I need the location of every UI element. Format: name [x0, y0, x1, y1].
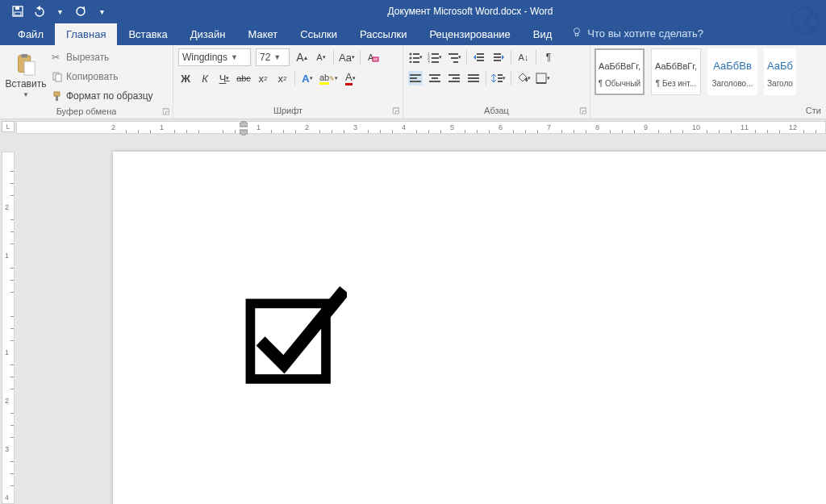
- separator: [511, 50, 511, 65]
- numbering-button[interactable]: 123▾: [428, 50, 442, 65]
- font-name-combo[interactable]: Wingdings▼: [178, 48, 251, 66]
- qat-customize-icon[interactable]: ▾: [95, 5, 108, 18]
- svg-rect-47: [468, 77, 479, 79]
- tab-review[interactable]: Рецензирование: [418, 23, 521, 45]
- align-right-button[interactable]: [447, 71, 461, 85]
- bold-button[interactable]: Ж: [178, 71, 193, 85]
- underline-button[interactable]: Ч▾: [217, 71, 232, 85]
- svg-point-20: [410, 61, 412, 64]
- borders-button[interactable]: ▾: [536, 71, 550, 85]
- shading-button[interactable]: ▾: [516, 71, 531, 85]
- svg-rect-41: [432, 77, 438, 79]
- tab-design[interactable]: Дизайн: [179, 23, 237, 45]
- copy-icon: [52, 71, 63, 82]
- group-label-clipboard: Буфер обмена ◲: [0, 106, 173, 119]
- svg-rect-34: [494, 53, 501, 55]
- svg-point-18: [410, 57, 412, 60]
- undo-dropdown-icon[interactable]: ▾: [53, 5, 66, 18]
- svg-rect-44: [453, 77, 460, 79]
- shrink-font-button[interactable]: A▾: [314, 50, 328, 65]
- workspace: L 21123456789101112 211234: [0, 119, 826, 504]
- style-preview: АаБбВв: [713, 56, 752, 76]
- redo-icon[interactable]: [74, 5, 87, 18]
- tab-mailings[interactable]: Рассылки: [348, 23, 418, 45]
- lightbulb-icon: [571, 27, 582, 40]
- copy-button[interactable]: Копировать: [52, 68, 153, 85]
- svg-point-16: [410, 53, 412, 56]
- tab-selector[interactable]: L: [2, 121, 15, 132]
- line-spacing-button[interactable]: ▾: [491, 71, 506, 85]
- style-heading1[interactable]: АаБбВв Заголово...: [707, 48, 757, 95]
- font-color-button[interactable]: A▾: [343, 71, 357, 85]
- style-name: ¶ Без инт...: [656, 79, 696, 88]
- indent-icon: [493, 52, 504, 63]
- tab-file[interactable]: Файл: [6, 23, 55, 45]
- style-name: Заголо: [767, 79, 793, 88]
- separator: [360, 50, 361, 65]
- clear-formatting-button[interactable]: A: [365, 50, 380, 65]
- tab-references[interactable]: Ссылки: [289, 23, 348, 45]
- align-left-button[interactable]: [408, 71, 423, 85]
- svg-rect-46: [468, 74, 479, 76]
- svg-text:3: 3: [428, 60, 430, 63]
- font-size-combo[interactable]: 72▼: [256, 48, 290, 66]
- group-clipboard: Вставить ▼ ✂ Вырезать Копировать: [0, 45, 173, 119]
- subscript-button[interactable]: x2: [256, 71, 270, 85]
- multilevel-icon: [447, 52, 458, 63]
- superscript-button[interactable]: x2: [275, 71, 290, 85]
- highlight-button[interactable]: ab✎▾: [319, 71, 338, 85]
- undo-icon[interactable]: [32, 5, 45, 18]
- font-launcher-icon[interactable]: ◲: [392, 106, 399, 115]
- align-right-icon: [448, 73, 460, 83]
- grow-font-button[interactable]: A▴: [294, 50, 309, 65]
- tab-view[interactable]: Вид: [522, 23, 564, 45]
- style-heading2[interactable]: АаБб Заголо: [764, 48, 796, 95]
- svg-rect-2: [15, 12, 21, 15]
- paragraph-launcher-icon[interactable]: ◲: [579, 106, 586, 115]
- justify-button[interactable]: [466, 71, 481, 85]
- svg-rect-32: [477, 56, 484, 58]
- style-preview: АаБб: [767, 56, 793, 76]
- separator: [486, 71, 486, 85]
- italic-button[interactable]: К: [198, 71, 212, 85]
- strikethrough-button[interactable]: abc: [236, 71, 251, 85]
- tab-home[interactable]: Главная: [55, 23, 117, 45]
- tell-me-label: Что вы хотите сделать?: [587, 27, 703, 40]
- align-center-button[interactable]: [428, 71, 442, 85]
- svg-rect-9: [24, 61, 35, 75]
- vertical-ruler[interactable]: 211234: [2, 152, 15, 504]
- change-case-button[interactable]: Aa▾: [339, 50, 355, 65]
- font-name-value: Wingdings: [182, 52, 227, 63]
- cut-button[interactable]: ✂ Вырезать: [52, 48, 153, 66]
- chevron-down-icon: ▼: [273, 53, 281, 61]
- horizontal-ruler[interactable]: 21123456789101112: [16, 121, 826, 134]
- save-icon[interactable]: [11, 5, 24, 18]
- svg-rect-13: [56, 96, 58, 101]
- paste-button[interactable]: Вставить ▼: [5, 48, 47, 102]
- style-no-spacing[interactable]: АаБбВвГг, ¶ Без инт...: [651, 48, 701, 95]
- tab-insert[interactable]: Вставка: [117, 23, 178, 45]
- multilevel-list-button[interactable]: ▾: [447, 50, 461, 65]
- document-page[interactable]: [113, 152, 826, 504]
- svg-rect-38: [410, 77, 417, 79]
- svg-rect-40: [429, 74, 440, 76]
- style-normal[interactable]: АаБбВвГг, ¶ Обычный: [594, 48, 645, 95]
- group-label-styles: Сти: [590, 106, 826, 119]
- text-effects-button[interactable]: A▾: [300, 71, 315, 85]
- outdent-icon: [473, 52, 485, 63]
- style-name: ¶ Обычный: [599, 79, 640, 88]
- group-label-paragraph: Абзац ◲: [403, 106, 590, 119]
- tab-layout[interactable]: Макет: [236, 23, 289, 45]
- tell-me[interactable]: Что вы хотите сделать?: [563, 22, 711, 45]
- decrease-indent-button[interactable]: [472, 50, 486, 65]
- format-painter-button[interactable]: Формат по образцу: [52, 87, 153, 105]
- show-marks-button[interactable]: ¶: [541, 50, 556, 65]
- numbering-icon: 123: [428, 52, 439, 63]
- clipboard-launcher-icon[interactable]: ◲: [162, 106, 169, 115]
- bullets-button[interactable]: ▾: [408, 50, 423, 65]
- group-font: Wingdings▼ 72▼ A▴ A▾ Aa▾ A Ж К Ч▾ abc x: [173, 45, 403, 119]
- svg-rect-17: [413, 53, 419, 55]
- sort-button[interactable]: A↓: [516, 50, 531, 65]
- increase-indent-button[interactable]: [491, 50, 506, 65]
- svg-rect-19: [413, 57, 419, 59]
